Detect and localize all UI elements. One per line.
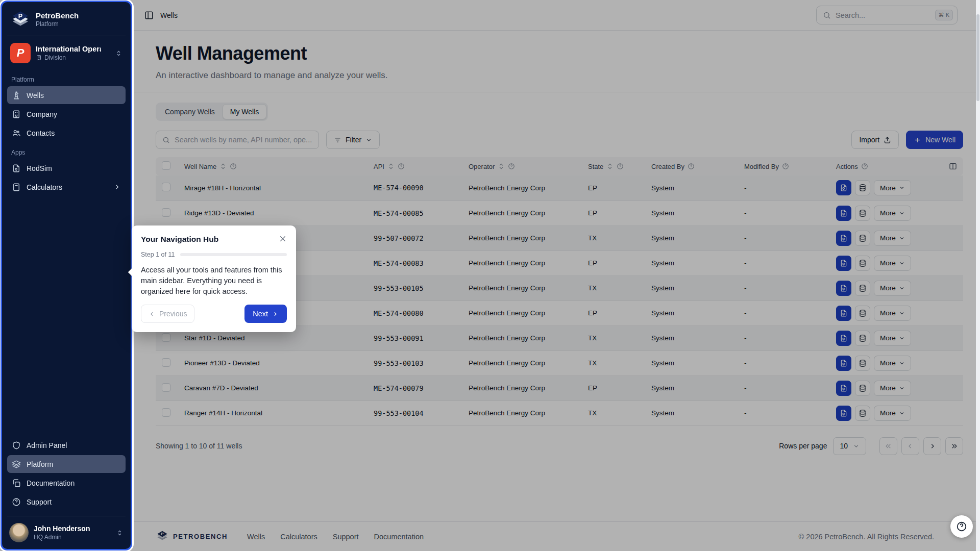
chevrons-up-down-icon xyxy=(115,49,122,57)
sidebar-item-calculators[interactable]: Calculators xyxy=(7,178,126,196)
calculator-icon xyxy=(12,183,21,192)
brand-subtitle: Platform xyxy=(36,20,79,28)
chevrons-up-down-icon xyxy=(116,529,124,537)
sidebar-item-support[interactable]: Support xyxy=(7,493,126,511)
sidebar-item-documentation[interactable]: Documentation xyxy=(7,474,126,492)
chevron-right-icon xyxy=(272,311,279,317)
sidebar-item-contacts[interactable]: Contacts xyxy=(7,124,126,142)
layers-icon xyxy=(12,460,21,469)
user-name: John Henderson xyxy=(34,524,111,533)
sidebar-item-company[interactable]: Company xyxy=(7,105,126,123)
org-type: Division xyxy=(36,54,110,61)
tour-previous-button[interactable]: Previous xyxy=(141,305,194,323)
sidebar-item-wells[interactable]: Wells xyxy=(7,86,126,104)
org-switcher[interactable]: P International Operatio Division xyxy=(7,36,126,70)
sidebar-item-platform[interactable]: Platform xyxy=(7,455,126,473)
help-circle-icon xyxy=(12,497,21,507)
close-icon[interactable] xyxy=(279,235,287,243)
org-logo: P xyxy=(10,43,31,63)
sidebar-item-admin-panel[interactable]: Admin Panel xyxy=(7,436,126,454)
tour-body: Access all your tools and features from … xyxy=(141,265,287,297)
help-button[interactable] xyxy=(950,515,973,538)
users-icon xyxy=(12,129,21,138)
avatar xyxy=(9,523,29,542)
scrollbar-thumb[interactable] xyxy=(976,14,979,101)
user-menu[interactable]: John Henderson HQ Admin xyxy=(7,516,126,549)
building-icon xyxy=(36,55,42,61)
chevron-left-icon xyxy=(149,311,155,317)
docs-icon xyxy=(12,479,21,488)
scrollbar[interactable] xyxy=(976,0,980,551)
tour-popup: Your Navigation Hub Step 1 of 11 Access … xyxy=(132,226,296,332)
rodsim-icon xyxy=(12,164,21,173)
building-icon xyxy=(12,110,21,119)
petrobench-logo-icon: P xyxy=(10,9,31,30)
tour-step-label: Step 1 of 11 xyxy=(141,251,175,258)
tour-title: Your Navigation Hub xyxy=(141,235,279,244)
org-name: International Operatio xyxy=(36,45,101,53)
sidebar-item-rodsim[interactable]: RodSim xyxy=(7,159,126,177)
brand-name: PetroBench xyxy=(36,11,79,20)
section-label-platform: Platform xyxy=(7,70,126,86)
shield-icon xyxy=(12,441,21,450)
user-role: HQ Admin xyxy=(34,534,111,541)
sidebar: P PetroBench Platform P International Op… xyxy=(2,2,131,549)
svg-text:P: P xyxy=(18,13,22,20)
brand-header: P PetroBench Platform xyxy=(7,2,126,36)
section-label-apps: Apps xyxy=(7,143,126,159)
tour-progress-track xyxy=(180,253,287,256)
tour-next-button[interactable]: Next xyxy=(244,305,287,323)
chevron-right-icon xyxy=(113,183,121,191)
derrick-icon xyxy=(12,91,21,100)
